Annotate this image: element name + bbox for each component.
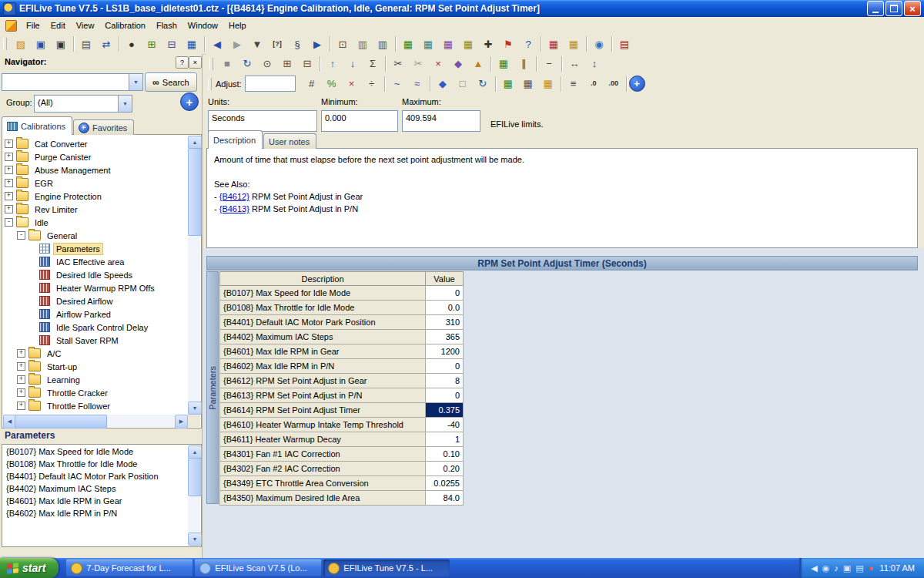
param-value-cell[interactable]: 0.0 — [426, 301, 464, 315]
minus-icon[interactable]: − — [539, 55, 559, 73]
tree-item[interactable]: Desired Airflow — [3, 294, 188, 307]
toolbar-grip[interactable] — [208, 78, 212, 90]
checksum-icon[interactable]: ▦ — [398, 35, 418, 53]
param-description-cell[interactable]: {B4613} RPM Set Point Adjust in P/N — [220, 388, 426, 403]
adjust-input[interactable] — [245, 76, 296, 92]
tree-item-label[interactable]: Parameters — [53, 243, 103, 255]
tree-item-label[interactable]: EGR — [32, 177, 56, 190]
param-value-cell[interactable]: 0 — [426, 359, 464, 374]
close-button[interactable]: × — [904, 1, 921, 16]
vehicle-info-icon[interactable]: ● — [122, 35, 142, 53]
parameters-side-tab[interactable]: Parameters — [206, 271, 219, 504]
tree-item[interactable]: +Cat Converter — [3, 137, 188, 150]
save-icon[interactable]: ▣ — [31, 35, 51, 53]
tree-item[interactable]: Airflow Parked — [3, 307, 188, 321]
offset-icon[interactable]: ◆ — [448, 55, 468, 73]
param-description-cell[interactable]: {B4614} RPM Set Point Adjust Timer — [220, 403, 426, 418]
tree-item-label[interactable]: Heater Warmup RPM Offs — [53, 282, 158, 294]
param-value-cell[interactable]: 0 — [426, 286, 464, 301]
multiply-icon[interactable]: × — [342, 75, 362, 93]
param-description-cell[interactable]: {B4302} Fan #2 IAC Correction — [220, 462, 426, 476]
tree-expand-icon[interactable]: + — [5, 205, 13, 213]
select-cells-icon[interactable]: □ — [453, 75, 473, 93]
param-value-cell[interactable]: 0.0255 — [426, 476, 464, 491]
forward-icon[interactable]: ▶ — [227, 35, 247, 53]
tree-item-label[interactable]: Stall Saver RPM — [53, 334, 122, 347]
param-description-cell[interactable]: {B0107} Max Speed for Idle Mode — [220, 286, 426, 301]
map-compare-icon[interactable]: ▦ — [438, 35, 458, 53]
param-link[interactable]: {B4613} — [219, 204, 249, 213]
tree-expand-icon[interactable]: + — [5, 139, 13, 148]
minimize-button[interactable] — [867, 1, 884, 16]
parameters-vertical-scrollbar[interactable]: ▲ ▼ — [188, 445, 200, 546]
map-merge-icon[interactable]: ▦ — [458, 35, 478, 53]
map-trace-icon[interactable]: ▦ — [538, 75, 558, 93]
tree-vertical-scrollbar[interactable]: ▲ ▼ — [188, 136, 200, 415]
stop-icon[interactable]: ■ — [217, 55, 237, 73]
open-file-icon[interactable]: ▨ — [11, 35, 31, 53]
tab-user-notes[interactable]: User notes — [263, 133, 316, 149]
tree-item-label[interactable]: Throttle Cracker — [44, 387, 111, 399]
row-up-icon[interactable]: ↑ — [323, 55, 343, 73]
tree-item[interactable]: +Abuse Management — [3, 163, 188, 176]
calibration-data-icon[interactable]: ⊞ — [142, 35, 162, 53]
tree-item[interactable]: -Idle — [3, 216, 188, 229]
compare-cal-icon[interactable]: ▦ — [418, 35, 438, 53]
parameter-list-item[interactable]: {B4401} Default IAC Motor Park Position — [6, 472, 188, 484]
history-icon[interactable]: ▼ — [247, 35, 267, 53]
globe-icon[interactable]: ◉ — [589, 35, 609, 53]
zoom-grid-icon[interactable]: ▦ — [494, 55, 514, 73]
help-book-icon[interactable]: ▤ — [614, 35, 634, 53]
grid-paste-icon[interactable]: ⊟ — [297, 55, 317, 73]
map-3d-icon[interactable]: ▦ — [518, 75, 538, 93]
param-value-cell[interactable]: 0.10 — [426, 447, 464, 462]
add-favorite-icon[interactable]: + — [629, 76, 645, 92]
add-group-button[interactable]: + — [180, 92, 199, 111]
tree-item-label[interactable]: Airflow Parked — [53, 308, 114, 321]
timer-icon[interactable]: ⊙ — [257, 55, 277, 73]
tree-collapse-icon[interactable]: - — [5, 218, 13, 227]
tree-item-label[interactable]: Engine Protection — [32, 190, 105, 203]
start-button[interactable]: start — [0, 558, 59, 578]
paste-special-icon[interactable]: ▥ — [373, 35, 393, 53]
validate-icon[interactable]: ▦ — [544, 35, 564, 53]
menu-item-file[interactable]: File — [21, 18, 45, 32]
scrollbar-thumb[interactable] — [15, 415, 107, 428]
param-value-cell[interactable]: 84.0 — [426, 491, 464, 506]
tree-item[interactable]: +Rev Limiter — [3, 203, 188, 216]
tree-collapse-icon[interactable]: - — [17, 231, 25, 240]
param-value-cell[interactable]: -40 — [426, 418, 464, 432]
parameter-list-item[interactable]: {B4602} Max Idle RPM in P/N — [6, 509, 188, 521]
param-value-cell[interactable]: 8 — [426, 374, 464, 388]
grid-copy-icon[interactable]: ⊞ — [277, 55, 297, 73]
decimals-decrease-icon[interactable]: .0 — [584, 75, 604, 93]
param-value-cell[interactable]: 0.20 — [426, 462, 464, 476]
tree-horizontal-scrollbar[interactable]: ◀ ▶ — [3, 415, 188, 427]
labels-icon[interactable]: ≡ — [564, 75, 584, 93]
menu-item-calibration[interactable]: Calibration — [99, 18, 151, 32]
tree-expand-icon[interactable]: + — [17, 349, 25, 358]
tree-item-label[interactable]: Idle — [32, 217, 52, 229]
scroll-up-button[interactable]: ▲ — [188, 136, 202, 149]
tree-expand-icon[interactable]: + — [17, 362, 25, 371]
param-description-cell[interactable]: {B4611} Heater Warmup Decay — [220, 432, 426, 447]
hide-icons-chevron[interactable]: ◀ — [811, 564, 817, 573]
param-value-cell[interactable]: 310 — [426, 315, 464, 330]
app-icon[interactable] — [3, 2, 16, 15]
navigator-help-button[interactable]: ? — [176, 56, 189, 69]
tree-item-label[interactable]: Desired Idle Speeds — [53, 269, 136, 281]
param-description-cell[interactable]: {B0108} Max Throttle for Idle Mode — [220, 301, 426, 315]
freeze-panes-icon[interactable]: ∥ — [514, 55, 534, 73]
back-icon[interactable]: ◀ — [207, 35, 227, 53]
chevron-down-icon[interactable]: ▼ — [118, 96, 132, 112]
view-table-icon[interactable]: ▦ — [182, 35, 202, 53]
param-description-cell[interactable]: {B4612} RPM Set Point Adjust in Gear — [220, 374, 426, 388]
tree-expand-icon[interactable]: + — [17, 402, 25, 410]
taskbar-item-forecast[interactable]: 7-Day Forecast for L... — [66, 560, 192, 576]
param-value-cell[interactable]: 1200 — [426, 344, 464, 359]
menu-item-window[interactable]: Window — [182, 18, 223, 32]
tree-item-label[interactable]: Idle Spark Control Delay — [53, 321, 151, 334]
toolbar-grip[interactable] — [3, 38, 7, 50]
interpolate-icon[interactable]: ≈ — [407, 75, 427, 93]
fit-height-icon[interactable]: ↕ — [584, 55, 604, 73]
